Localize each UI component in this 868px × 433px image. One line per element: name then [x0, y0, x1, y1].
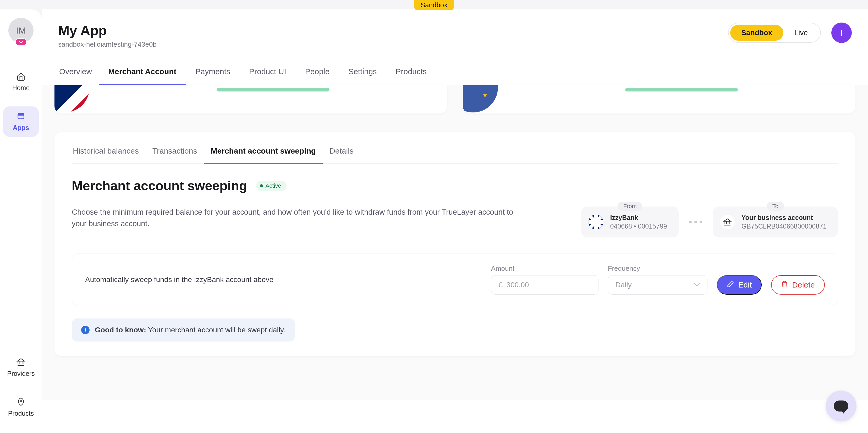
account-summary-cards: ★	[55, 85, 856, 114]
sidebar-item-providers[interactable]: Providers	[3, 352, 39, 383]
status-text: Active	[266, 182, 281, 189]
tab-settings[interactable]: Settings	[339, 62, 386, 85]
section-title: Merchant account sweeping	[72, 178, 247, 194]
account-card-eur[interactable]: ★	[463, 85, 856, 114]
eu-flag-icon: ★	[463, 85, 498, 112]
svg-rect-1	[18, 114, 24, 115]
tab-merchant-account[interactable]: Merchant Account	[99, 62, 186, 85]
uk-flag-icon	[55, 85, 90, 112]
balance-bar	[217, 88, 330, 91]
tab-products[interactable]: Products	[386, 62, 436, 85]
bank-icon	[720, 215, 735, 229]
apps-icon	[17, 112, 25, 122]
sidebar-item-home[interactable]: Home	[3, 66, 39, 97]
delete-button-label: Delete	[792, 281, 815, 289]
left-sidebar: IM Home Apps Providers	[0, 9, 42, 433]
merchant-subtabs: Historical balances Transactions Merchan…	[72, 146, 838, 164]
from-account-box: From IzzyBank 040668 • 00015799	[581, 206, 678, 237]
balance-bar	[625, 88, 738, 91]
tab-people[interactable]: People	[296, 62, 339, 85]
workspace-switcher-chevron-icon[interactable]	[15, 38, 27, 46]
info-prefix: Good to know:	[95, 326, 146, 334]
amount-field: Amount £	[491, 264, 598, 295]
info-icon: i	[81, 326, 90, 334]
app-name: My App	[58, 23, 157, 38]
env-live-button[interactable]: Live	[783, 25, 819, 40]
account-card-gbp[interactable]	[55, 85, 447, 114]
uk-flag-icon	[589, 215, 603, 229]
edit-button[interactable]: Edit	[717, 275, 762, 295]
amount-label: Amount	[491, 264, 598, 272]
tab-overview[interactable]: Overview	[58, 62, 99, 85]
sidebar-item-label: Home	[12, 84, 30, 92]
subtab-details[interactable]: Details	[323, 146, 361, 164]
subtab-historical-balances[interactable]: Historical balances	[72, 146, 146, 164]
currency-symbol: £	[499, 281, 503, 289]
workspace-initials: IM	[16, 25, 26, 36]
from-account-number: 040668 • 00015799	[610, 223, 667, 230]
to-account-iban: GB75CLRB04066800000871	[742, 223, 827, 230]
sweeping-card: Historical balances Transactions Merchan…	[55, 132, 856, 356]
from-account-name: IzzyBank	[610, 214, 667, 222]
frequency-field: Frequency Daily	[608, 264, 708, 295]
info-callout: i Good to know: Your merchant account wi…	[72, 318, 295, 342]
status-badge: Active	[256, 181, 286, 191]
sidebar-item-label: Products	[8, 410, 34, 417]
edit-button-label: Edit	[738, 281, 752, 289]
tab-product-ui[interactable]: Product UI	[240, 62, 296, 85]
pencil-icon	[727, 281, 734, 290]
delete-button[interactable]: Delete	[771, 275, 825, 295]
env-sandbox-button[interactable]: Sandbox	[730, 25, 783, 40]
status-dot-icon	[260, 184, 263, 187]
accounts-route: From IzzyBank 040668 • 00015799 To	[581, 206, 838, 237]
chevron-down-icon	[694, 282, 700, 288]
environment-toggle: Sandbox Live	[728, 23, 821, 43]
home-icon	[17, 72, 25, 83]
to-label: To	[767, 202, 784, 211]
sidebar-item-products[interactable]: Products	[3, 392, 39, 423]
tab-payments[interactable]: Payments	[186, 62, 240, 85]
sandbox-environment-pill: Sandbox	[414, 0, 454, 10]
from-label: From	[618, 202, 642, 211]
subtab-transactions[interactable]: Transactions	[146, 146, 204, 164]
chat-launcher-button[interactable]	[826, 391, 857, 422]
frequency-value: Daily	[616, 281, 632, 289]
frequency-label: Frequency	[608, 264, 708, 272]
info-text: Your merchant account will be swept dail…	[146, 326, 285, 334]
arrow-dots-icon	[684, 221, 708, 223]
to-account-box: To Your business account GB75CLRB0406680…	[713, 206, 838, 237]
section-description: Choose the minimum required balance for …	[72, 206, 517, 229]
app-client-id: sandbox-helloiamtesting-743e0b	[58, 40, 157, 49]
user-avatar[interactable]: I	[831, 23, 852, 43]
trash-icon	[781, 281, 788, 289]
frequency-select[interactable]: Daily	[608, 275, 708, 295]
main-tabs: Overview Merchant Account Payments Produ…	[42, 62, 868, 85]
bank-icon	[17, 357, 25, 368]
sidebar-item-label: Providers	[7, 370, 35, 377]
amount-input-wrapper[interactable]: £	[491, 275, 598, 295]
subtab-merchant-sweeping[interactable]: Merchant account sweeping	[204, 146, 323, 164]
chat-icon	[834, 401, 848, 411]
to-account-name: Your business account	[742, 214, 827, 222]
rocket-icon	[17, 397, 25, 408]
sidebar-item-label: Apps	[13, 124, 29, 132]
main-content: My App sandbox-helloiamtesting-743e0b Sa…	[42, 9, 868, 433]
sweep-config-text: Automatically sweep funds in the IzzyBan…	[85, 276, 274, 284]
svg-point-2	[20, 400, 22, 402]
sweep-config-row: Automatically sweep funds in the IzzyBan…	[72, 253, 838, 306]
amount-input[interactable]	[499, 281, 591, 289]
top-header: My App sandbox-helloiamtesting-743e0b Sa…	[42, 9, 868, 62]
app-identity: My App sandbox-helloiamtesting-743e0b	[58, 23, 157, 49]
workspace-avatar[interactable]: IM	[8, 18, 33, 43]
sidebar-item-apps[interactable]: Apps	[3, 107, 39, 137]
